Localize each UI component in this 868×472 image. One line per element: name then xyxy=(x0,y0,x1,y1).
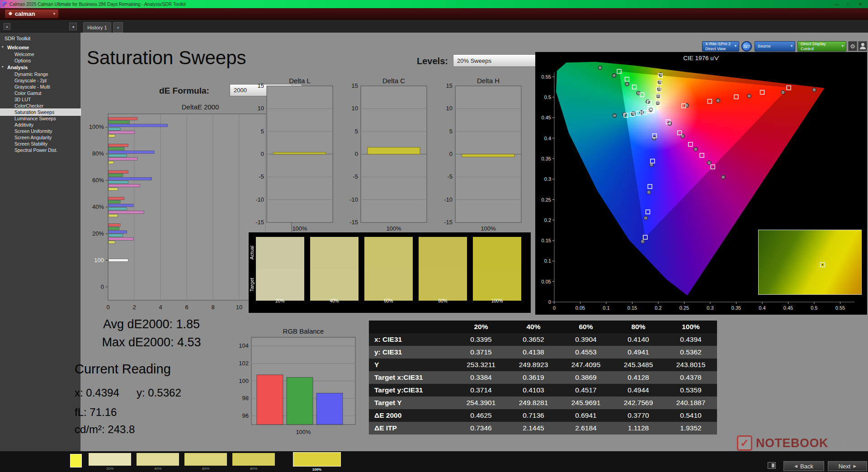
swatch-column-40% xyxy=(310,237,359,301)
delta-c-chart: Delta C151050-5-10-15100% xyxy=(347,77,438,235)
svg-text:100%: 100% xyxy=(481,225,496,232)
sidebar-item-screen-angularity[interactable]: Screen Angularity xyxy=(0,134,80,141)
table-cell: 249.8923 xyxy=(507,361,560,369)
level-swatch-40%[interactable] xyxy=(137,453,179,466)
pin-sidebar-icon[interactable]: ▲ xyxy=(4,23,10,30)
svg-text:10: 10 xyxy=(352,105,358,112)
svg-text:DeltaE 2000: DeltaE 2000 xyxy=(182,103,219,111)
current-color-swatch xyxy=(70,454,82,467)
table-row-label: Target Y xyxy=(369,399,455,407)
rgb-balance-chart: RGB Balance9698100102104100% xyxy=(231,326,363,436)
sidebar-item-additivity[interactable]: Additivity xyxy=(0,122,80,128)
sidebar-item-screen-uniformity[interactable]: Screen Uniformity xyxy=(0,128,80,134)
source-button[interactable]: Source ▼ xyxy=(755,41,795,52)
table-cell: 0.3904 xyxy=(560,335,612,344)
table-header-row: 20%40%60%80%100% xyxy=(369,321,717,333)
level-swatch-label: 80% xyxy=(232,467,275,471)
level-swatch-80%[interactable] xyxy=(232,453,275,466)
svg-text:20%: 20% xyxy=(92,230,104,237)
level-swatch-label: 20% xyxy=(89,467,131,471)
table-cell: 243.8015 xyxy=(665,361,717,369)
sidebar-item-options[interactable]: Options xyxy=(0,57,80,64)
swatch-column-80% xyxy=(419,237,467,301)
svg-text:0.15: 0.15 xyxy=(627,305,637,311)
sidebar-item-3d-lut[interactable]: 3D LUT xyxy=(0,96,80,103)
display-button-label: Direct Display Control xyxy=(801,42,840,51)
calman-logo-menu[interactable]: ❖ calman ▾ xyxy=(5,9,59,19)
table-header-cell: 40% xyxy=(507,323,560,331)
cie-panel: CIE 1976 u'v'000.050.050.10.10.150.150.2… xyxy=(535,52,867,315)
svg-text:5: 5 xyxy=(355,128,358,135)
svg-text:0.4: 0.4 xyxy=(759,305,765,311)
svg-text:98: 98 xyxy=(242,395,249,401)
svg-text:100%: 100% xyxy=(292,225,307,232)
svg-text:0.35: 0.35 xyxy=(542,156,551,161)
svg-text:0.25: 0.25 xyxy=(679,305,689,311)
settings-gear-icon[interactable]: ⚙ xyxy=(848,41,857,51)
tab-history-1[interactable]: History 1 xyxy=(83,22,111,33)
sidebar-item-welcome[interactable]: Welcome xyxy=(0,51,80,57)
sidebar-group-analysis[interactable]: ▾Analysis xyxy=(0,64,80,71)
chevron-down-icon: ▾ xyxy=(53,12,55,16)
current-x-value: x: 0.4394 xyxy=(75,387,119,399)
display-control-button[interactable]: Direct Display Control ▼ xyxy=(797,41,846,52)
close-button[interactable]: ✕ xyxy=(854,0,866,8)
sidebar-group-welcome[interactable]: ▾Welcome xyxy=(0,44,80,51)
svg-text:-15: -15 xyxy=(255,219,264,226)
svg-text:0: 0 xyxy=(548,299,551,305)
svg-text:-10: -10 xyxy=(349,196,358,203)
table-row: Target x:CIE310.33840.36190.38690.41280.… xyxy=(369,371,717,384)
sidebar-item-saturation-sweeps[interactable]: Saturation Sweeps xyxy=(0,109,80,115)
swatch-level-label: 80% xyxy=(419,298,467,303)
table-cell: 0.6941 xyxy=(560,411,612,420)
results-table: 20%40%60%80%100%x: CIE310.33950.36520.39… xyxy=(368,320,717,435)
svg-text:0.45: 0.45 xyxy=(783,305,793,311)
svg-text:100%: 100% xyxy=(89,123,104,130)
current-reading-title: Current Reading xyxy=(75,362,171,377)
sidebar-item-screen-stability[interactable]: Screen Stability xyxy=(0,141,80,147)
sidebar-item-spectral-power-dist-[interactable]: Spectral Power Dist. xyxy=(0,147,80,153)
table-cell: 0.4103 xyxy=(507,386,560,394)
table-cell: 240.1887 xyxy=(665,399,717,407)
table-row-label: ΔE ITP xyxy=(369,424,455,432)
minimize-button[interactable]: — xyxy=(831,0,843,8)
maximize-button[interactable]: □ xyxy=(843,0,854,8)
table-cell: 0.7346 xyxy=(455,424,507,432)
svg-text:6: 6 xyxy=(185,304,188,311)
level-swatch-100%[interactable] xyxy=(293,452,341,467)
page-title: Saturation Sweeps xyxy=(87,47,246,69)
meter-count-badge[interactable]: 327 xyxy=(741,41,752,52)
table-cell: 247.4095 xyxy=(560,361,612,369)
sidebar-item-color-gamut[interactable]: Color Gamut xyxy=(0,90,80,96)
svg-text:104: 104 xyxy=(239,342,249,349)
sidebar-item-grayscale-2pt[interactable]: Grayscale - 2pt xyxy=(0,77,80,84)
meter-button[interactable]: X-Rite i1Pro 2 Direct View ▼ xyxy=(702,41,739,52)
svg-text:100%: 100% xyxy=(296,429,311,435)
sidebar-item-grayscale-multi[interactable]: Grayscale - Multi xyxy=(0,84,80,90)
table-cell: 0.3715 xyxy=(455,348,507,356)
next-button[interactable]: Next ▶ xyxy=(828,461,867,471)
table-row: x: CIE310.33950.36520.39040.41400.4394 xyxy=(369,333,717,346)
table-row-label: Target x:CIE31 xyxy=(369,373,455,382)
notebookcheck-text-red: NOTEBOOK xyxy=(756,436,828,450)
swatch-column-60% xyxy=(364,237,413,301)
svg-text:80%: 80% xyxy=(92,150,104,157)
back-button[interactable]: ◀ Back xyxy=(783,461,824,471)
meter-button-label: X-Rite i1Pro 2 Direct View xyxy=(705,42,731,51)
level-swatch-20%[interactable] xyxy=(89,453,131,466)
table-cell: 0.5410 xyxy=(665,411,717,420)
swatch-level-label: 60% xyxy=(364,298,413,303)
svg-text:0.3: 0.3 xyxy=(544,176,551,182)
user-profile-icon[interactable] xyxy=(858,41,867,51)
collapse-sidebar-icon[interactable]: ◂ xyxy=(69,23,77,30)
add-tab-button[interactable]: + xyxy=(113,22,123,33)
table-cell: 0.4553 xyxy=(560,348,612,356)
app-icon xyxy=(2,2,7,6)
sidebar-item-colorchecker[interactable]: ColorChecker xyxy=(0,103,80,109)
table-row-label: x: CIE31 xyxy=(369,335,455,344)
level-swatch-60%[interactable] xyxy=(184,453,227,466)
layout-toggle-icon[interactable] xyxy=(768,462,776,469)
sidebar-item-dynamic-range[interactable]: Dynamic Range xyxy=(0,71,80,77)
sidebar-item-luminance-sweeps[interactable]: Luminance Sweeps xyxy=(0,115,80,122)
current-y-value: y: 0.5362 xyxy=(137,387,181,399)
